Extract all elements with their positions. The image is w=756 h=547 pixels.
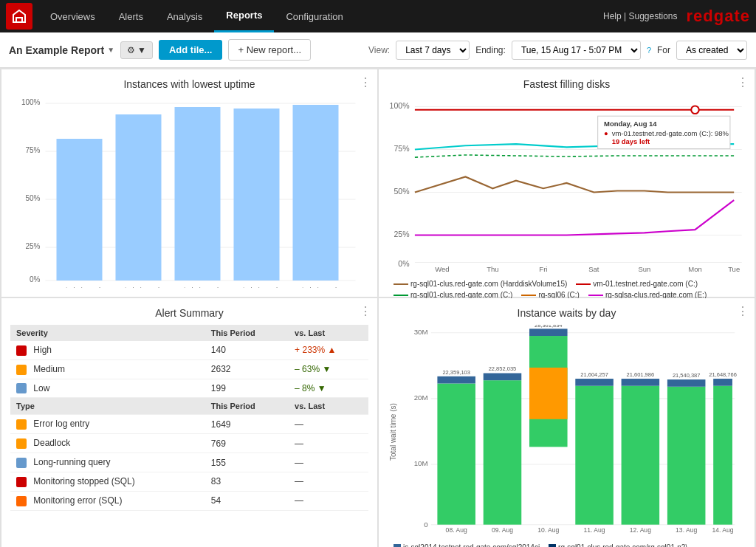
- svg-text:14. Aug: 14. Aug: [712, 526, 734, 534]
- bar-chart-title: Instances with lowest uptime: [10, 78, 368, 90]
- svg-text:22,359,103: 22,359,103: [442, 369, 470, 376]
- type-long-running-row: Long-running query 155 —: [10, 453, 368, 472]
- report-selector: An Example Report ▼: [9, 44, 114, 56]
- view-select[interactable]: Last 7 days: [396, 41, 470, 60]
- bar1-green[interactable]: [437, 383, 475, 524]
- alert-menu[interactable]: ⋮: [360, 304, 371, 318]
- type-monitoring-error-row: Monitoring error (SQL) 54 —: [10, 491, 368, 510]
- bar4-green[interactable]: [575, 386, 614, 525]
- high-severity-dot: [16, 345, 27, 356]
- nav-analysis[interactable]: Analysis: [155, 0, 214, 32]
- low-severity-dot: [16, 383, 27, 393]
- svg-text:0: 0: [424, 520, 427, 529]
- bar3-orange[interactable]: [529, 368, 568, 419]
- bar-5[interactable]: [293, 105, 339, 281]
- legend-color-2: [576, 283, 591, 285]
- report-dropdown-arrow[interactable]: ▼: [107, 46, 114, 54]
- bar6-green[interactable]: [667, 387, 706, 525]
- help-link[interactable]: Help | Suggestions: [603, 11, 678, 21]
- waits-legend-1: is-sql2014.testnet.red-gate.com/sql2014c…: [394, 543, 540, 547]
- for-select[interactable]: As created: [676, 41, 747, 60]
- low-trend-arrow: [317, 383, 326, 393]
- bar-2[interactable]: [116, 114, 162, 281]
- waits-chart-menu[interactable]: ⋮: [737, 304, 749, 318]
- line-chart-menu[interactable]: ⋮: [737, 75, 749, 89]
- bar2-blue[interactable]: [484, 374, 522, 381]
- monitoring-stopped-dot: [16, 477, 27, 487]
- settings-button[interactable]: ⚙ ▼: [120, 41, 153, 59]
- bar5-green[interactable]: [622, 386, 660, 525]
- error-log-dot: [16, 419, 27, 430]
- line-chart-title: Fastest filling disks: [388, 78, 746, 90]
- medium-severity-dot: [16, 365, 27, 375]
- bar-1[interactable]: [57, 139, 103, 281]
- nav-alerts[interactable]: Alerts: [107, 0, 155, 32]
- high-trend-arrow: [328, 345, 337, 355]
- svg-text:Sat: Sat: [588, 265, 599, 273]
- bar6-blue[interactable]: [667, 379, 706, 387]
- app-logo[interactable]: [6, 3, 32, 30]
- svg-text:Monday, Aug 14: Monday, Aug 14: [604, 120, 657, 128]
- line-chart-area: 100% 75% 50% 25% 0% Wed Thu Fri Sat Sun …: [388, 96, 746, 288]
- nav-right: Help | Suggestions redgate: [603, 7, 750, 26]
- bar-3[interactable]: [175, 107, 221, 281]
- severity-low-row: Low 199 – 8%: [10, 379, 368, 398]
- bar4-blue[interactable]: [575, 379, 614, 386]
- bar-chart-panel: ⋮ Instances with lowest uptime 100% 75% …: [1, 69, 377, 297]
- medium-trend-arrow: [322, 364, 331, 374]
- svg-text:●: ●: [604, 129, 608, 137]
- svg-text:agwincluster.smdo: agwincluster.smdo: [233, 286, 281, 288]
- svg-text:21,540,387: 21,540,387: [673, 372, 701, 379]
- severity-col-header: Severity: [10, 325, 205, 341]
- svg-text:agwincluster.smdo: agwincluster.smdo: [173, 286, 222, 288]
- bar-chart-area: 100% 75% 50% 25% 0%: [10, 96, 368, 288]
- svg-text:agwincluster.smdo: agwincluster.smdo: [55, 286, 104, 288]
- nav-overviews[interactable]: Overviews: [38, 0, 107, 32]
- toolbar-right: View: Last 7 days Ending: Tue, 15 Aug 17…: [368, 41, 747, 60]
- type-error-log-row: Error log entry 1649 —: [10, 415, 368, 434]
- report-name: An Example Report: [9, 44, 104, 56]
- bar5-blue[interactable]: [622, 379, 660, 386]
- svg-text:vm-01.testnet.red-gate.com (C:: vm-01.testnet.red-gate.com (C:): 98%: [612, 129, 729, 137]
- this-period-col-header: This Period: [205, 325, 289, 341]
- y-axis-label: Total wait time (s): [388, 325, 399, 539]
- bar7-blue[interactable]: [713, 379, 732, 386]
- svg-text:0%: 0%: [30, 275, 41, 283]
- svg-text:0%: 0%: [398, 259, 409, 268]
- bar3-blue[interactable]: [529, 328, 568, 336]
- nav-items: Overviews Alerts Analysis Reports Config…: [38, 0, 603, 32]
- bar-4[interactable]: [234, 109, 280, 281]
- type-header-row: Type This Period vs. Last: [10, 398, 368, 415]
- legend-color-1: [394, 283, 408, 285]
- ending-select[interactable]: Tue, 15 Aug 17 - 5:07 PM: [512, 41, 641, 60]
- add-tile-button[interactable]: Add tile...: [159, 40, 223, 60]
- long-running-dot: [16, 458, 27, 468]
- waits-chart-container: Total wait time (s) 30M 20M 10M 0 22,359…: [388, 325, 746, 539]
- svg-text:22,852,035: 22,852,035: [489, 365, 517, 372]
- legend-item-1: rg-sql01-clus.red-gate.com (HarddiskVolu…: [394, 280, 567, 288]
- deadlock-dot: [16, 438, 27, 449]
- alert-summary-title: Alert Summary: [10, 307, 368, 319]
- bar1-blue[interactable]: [437, 376, 475, 384]
- bar2-green[interactable]: [484, 380, 522, 524]
- bar7-green[interactable]: [713, 386, 732, 525]
- view-label: View:: [368, 45, 390, 55]
- severity-high-row: High 140 + 233%: [10, 341, 368, 359]
- svg-text:10M: 10M: [414, 459, 428, 467]
- for-help-icon[interactable]: ?: [647, 46, 651, 55]
- waits-legend: is-sql2014.testnet.red-gate.com/sql2014c…: [388, 543, 746, 547]
- new-report-button[interactable]: + New report...: [228, 39, 311, 61]
- waits-color-2: [549, 544, 556, 548]
- legend-color-5: [588, 295, 603, 296]
- line-chart-svg: 100% 75% 50% 25% 0% Wed Thu Fri Sat Sun …: [388, 96, 746, 273]
- svg-text:100%: 100%: [390, 101, 410, 110]
- svg-text:28,361,834: 28,361,834: [535, 325, 563, 328]
- nav-configuration[interactable]: Configuration: [274, 0, 354, 32]
- nav-reports[interactable]: Reports: [214, 0, 274, 32]
- svg-text:19 days left: 19 days left: [612, 137, 650, 145]
- svg-text:Sun: Sun: [639, 265, 651, 273]
- severity-header-row: Severity This Period vs. Last: [10, 325, 368, 341]
- svg-text:75%: 75%: [25, 146, 40, 154]
- bar-chart-menu[interactable]: ⋮: [360, 75, 371, 89]
- svg-text:100%: 100%: [21, 98, 41, 106]
